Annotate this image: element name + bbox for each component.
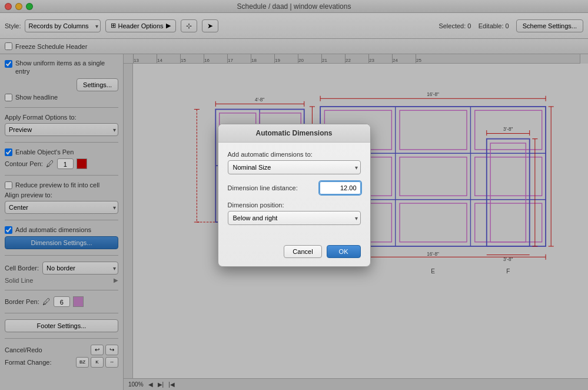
dimension-line-label: Dimension line distance:	[228, 184, 315, 191]
dimension-line-row: Dimension line distance: 12.00	[228, 181, 361, 194]
nominal-size-select-wrapper: Nominal Size	[228, 160, 361, 174]
modal-cancel-button[interactable]: Cancel	[284, 245, 321, 258]
modal-title: Automatic Dimensions	[255, 129, 332, 137]
add-dimensions-field: Add automatic dimensions to: Nominal Siz…	[228, 151, 361, 174]
position-select[interactable]: Below and right	[228, 211, 361, 225]
dimension-position-field: Dimension position: Below and right	[228, 201, 361, 225]
modal-dialog: Automatic Dimensions Add automatic dimen…	[218, 124, 371, 267]
modal-ok-button[interactable]: OK	[327, 245, 361, 258]
modal-overlay: Automatic Dimensions Add automatic dimen…	[0, 0, 588, 390]
position-select-wrapper: Below and right	[228, 211, 361, 225]
modal-title-bar: Automatic Dimensions	[218, 124, 370, 143]
modal-body: Add automatic dimensions to: Nominal Siz…	[218, 143, 370, 240]
dimension-position-label: Dimension position:	[228, 201, 361, 209]
dimension-line-input[interactable]: 12.00	[320, 181, 361, 194]
modal-buttons: Cancel OK	[218, 240, 370, 266]
add-dimensions-field-label: Add automatic dimensions to:	[228, 151, 361, 158]
nominal-size-select[interactable]: Nominal Size	[228, 160, 361, 174]
